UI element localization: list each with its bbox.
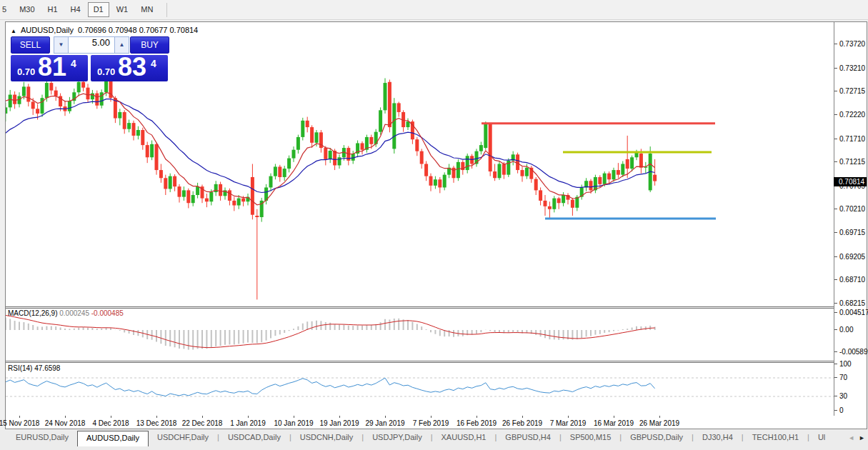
- macd-indicator-label: MACD(12,26,9) 0.000245 -0.000485: [8, 309, 124, 317]
- bear-candle: [493, 171, 497, 178]
- date-axis-tick: [614, 416, 614, 418]
- tab-scroll-right-icon[interactable]: ►: [859, 434, 865, 441]
- date-axis-tick: [431, 416, 431, 418]
- chart-tab-usdcad-daily[interactable]: USDCAD,Daily: [219, 431, 289, 444]
- chart-tab-usdchf-daily[interactable]: USDCHF,Daily: [149, 431, 217, 444]
- bear-candle: [155, 144, 159, 170]
- timeframe-toolbar: 5M30H1H4D1W1MN: [0, 0, 868, 20]
- price-axis: 0.737200.732100.727150.722200.717100.712…: [834, 22, 867, 416]
- date-axis-label: 1 Jan 2019: [230, 419, 266, 427]
- chart-tab-gbpusd-h4[interactable]: GBPUSD,H4: [497, 431, 559, 444]
- chart-tab-audusd-daily[interactable]: AUDUSD,Daily: [77, 431, 149, 446]
- chart-tab-dj30-h4[interactable]: DJ30,H4: [694, 431, 742, 444]
- lot-increase-button[interactable]: ▲: [114, 36, 129, 54]
- date-axis-tick: [65, 416, 66, 418]
- bear-candle: [639, 154, 643, 168]
- bull-candle: [182, 190, 186, 196]
- chart-tab-bar: EURUSD,DailyAUDUSD,DailyUSDCHF,Daily|USD…: [0, 430, 868, 450]
- date-axis-label: 7 Feb 2019: [413, 419, 449, 427]
- date-axis-tick: [568, 416, 569, 418]
- collapse-panel-icon[interactable]: ▲: [11, 28, 16, 34]
- timeframe-button-m30[interactable]: M30: [14, 2, 40, 17]
- bear-candle: [306, 121, 309, 127]
- macd-rsi-separator[interactable]: [6, 361, 834, 363]
- date-axis-label: 26 Feb 2019: [502, 419, 542, 427]
- chart-tab-sp500-m15[interactable]: SP500,M15: [562, 431, 619, 444]
- bull-candle: [269, 176, 273, 188]
- bear-candle: [415, 139, 419, 151]
- bull-candle: [384, 83, 387, 110]
- bear-candle: [516, 154, 519, 170]
- chart-tab-ul[interactable]: Ul: [809, 431, 834, 444]
- bull-candle: [283, 169, 286, 177]
- bear-candle: [310, 127, 314, 143]
- bull-candle: [466, 156, 469, 170]
- date-axis-label: 16 Feb 2019: [457, 419, 497, 427]
- bear-candle: [420, 151, 424, 164]
- bear-candle: [232, 201, 236, 206]
- bear-candle: [164, 178, 167, 189]
- bear-candle: [278, 166, 281, 177]
- bull-candle: [315, 132, 319, 143]
- one-click-trade-panel: SELL ▼ 5.00 ▲ BUY 0.70 81 4 0.70 83 4: [8, 35, 171, 103]
- chart-tab-usdcnh-daily[interactable]: USDCNH,Daily: [291, 431, 362, 444]
- chart-tab-gbpusd-daily[interactable]: GBPUSD,Daily: [622, 431, 692, 444]
- timeframe-button-h1[interactable]: H1: [42, 2, 64, 17]
- bear-candle: [36, 109, 39, 114]
- chart-header: ▲AUDUSD,Daily 0.70696 0.70948 0.70677 0.…: [11, 26, 198, 34]
- bull-candle: [406, 121, 410, 127]
- bear-candle: [544, 201, 547, 206]
- bull-candle: [379, 110, 382, 131]
- ohlc-values: 0.70696 0.70948 0.70677 0.70814: [78, 26, 198, 34]
- bear-candle: [186, 190, 190, 203]
- macd-signal-value: -0.000485: [91, 309, 124, 317]
- buy-price-pip: 4: [151, 58, 156, 69]
- timeframe-button-mn[interactable]: MN: [135, 2, 159, 17]
- buy-quote-button[interactable]: 0.70 83 4: [91, 55, 168, 81]
- date-axis-label: 16 Mar 2019: [594, 419, 634, 427]
- sell-price-pip: 4: [71, 58, 76, 69]
- timeframe-button-d1[interactable]: D1: [88, 2, 109, 17]
- tab-scroll-arrows: ◄►: [848, 434, 865, 441]
- sell-button[interactable]: SELL: [11, 36, 50, 54]
- sell-quote-button[interactable]: 0.70 81 4: [11, 55, 88, 81]
- bull-candle: [196, 186, 199, 195]
- chart-tab-tech100-h1[interactable]: TECH100,H1: [744, 431, 807, 444]
- date-axis-label: 19 Jan 2019: [319, 419, 359, 427]
- timeframe-button-5[interactable]: 5: [0, 2, 12, 17]
- bull-candle: [630, 157, 634, 169]
- macd-main-value: 0.000245: [59, 309, 89, 317]
- bull-candle: [274, 166, 277, 176]
- bear-candle: [369, 137, 373, 144]
- current-price-tag: 0.70814: [834, 177, 867, 186]
- main-macd-separator[interactable]: [6, 306, 834, 309]
- bear-candle: [626, 159, 629, 169]
- bear-candle: [123, 112, 126, 129]
- bear-candle: [557, 199, 561, 204]
- bear-candle: [539, 190, 542, 201]
- date-axis-label: 26 Mar 2019: [639, 419, 679, 427]
- timeframe-button-h4[interactable]: H4: [65, 2, 86, 17]
- chart-tab-xauusd-h1[interactable]: XAUUSD,H1: [433, 431, 495, 444]
- macd-signal-line: [6, 316, 655, 348]
- date-axis-tick: [294, 416, 294, 418]
- bear-candle: [251, 177, 254, 215]
- date-axis-tick: [659, 416, 660, 418]
- sell-price-prefix: 0.70: [17, 66, 35, 77]
- timeframe-button-w1[interactable]: W1: [111, 2, 134, 17]
- bull-candle: [329, 151, 332, 159]
- bull-candle: [612, 170, 616, 179]
- bull-candle: [552, 199, 556, 209]
- bear-candle: [589, 181, 593, 190]
- buy-button[interactable]: BUY: [130, 36, 169, 54]
- lot-size-input[interactable]: 5.00: [69, 36, 114, 54]
- bear-candle: [571, 200, 574, 208]
- chart-tab-eurusd-daily[interactable]: EURUSD,Daily: [7, 431, 77, 444]
- date-axis-tick: [156, 416, 157, 418]
- lot-decrease-button[interactable]: ▼: [54, 36, 69, 54]
- bear-candle: [205, 199, 209, 202]
- bull-candle: [301, 121, 304, 137]
- tab-scroll-left-icon[interactable]: ◄: [848, 434, 854, 441]
- bull-candle: [351, 154, 355, 161]
- chart-tab-usdjpy-daily[interactable]: USDJPY,Daily: [364, 431, 431, 444]
